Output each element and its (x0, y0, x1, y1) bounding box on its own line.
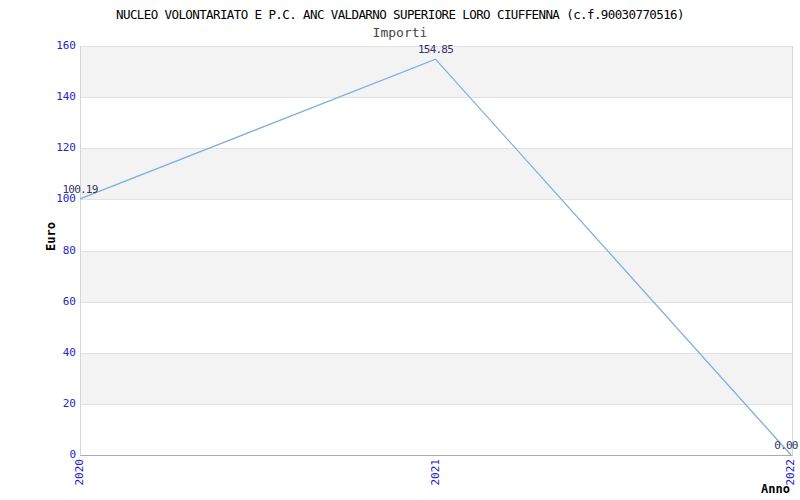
y-tick-label: 140 (0, 90, 76, 103)
y-tick-label: 160 (0, 39, 76, 52)
y-axis-title: Euro (44, 222, 58, 251)
data-point-label: 100.19 (63, 183, 98, 196)
y-tick-label: 0 (0, 448, 76, 461)
y-tick-label: 40 (0, 346, 76, 359)
data-point-label: 0.00 (774, 439, 797, 452)
series-line-importi (80, 59, 791, 455)
y-tick-label: 80 (0, 244, 76, 257)
chart-subtitle: Importi (0, 25, 800, 40)
y-tick-label: 60 (0, 295, 76, 308)
y-tick-label: 120 (0, 141, 76, 154)
line-series (80, 46, 791, 455)
chart: NUCLEO VOLONTARIATO E P.C. ANC VALDARNO … (0, 0, 800, 500)
data-point-label: 154.85 (418, 43, 453, 56)
x-axis-title: Anno (761, 482, 790, 496)
x-tick-label: 2021 (429, 459, 442, 486)
chart-title: NUCLEO VOLONTARIATO E P.C. ANC VALDARNO … (0, 7, 800, 22)
x-tick-label: 2020 (73, 459, 86, 486)
y-tick-label: 20 (0, 397, 76, 410)
